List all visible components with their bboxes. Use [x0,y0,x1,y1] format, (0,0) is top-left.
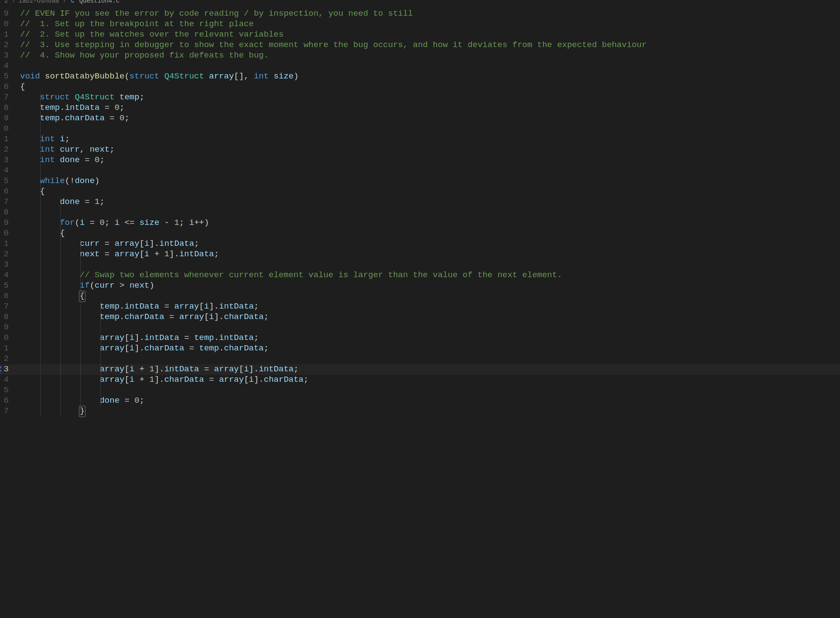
code-line[interactable] [20,207,840,218]
line-number[interactable]: 9 [0,323,9,333]
code-line[interactable]: int curr, next; [20,145,840,155]
line-number[interactable]: 8 [0,103,9,113]
line-number-gutter[interactable]: 901234567890123456789012345678901234567 [0,5,10,615]
current-line-highlight [0,364,840,375]
line-number[interactable]: 8 [0,207,9,218]
code-line[interactable]: curr = array[i].intData; [20,239,840,249]
code-line[interactable]: if(curr > next) [20,281,840,291]
code-line[interactable] [20,260,840,270]
breadcrumb[interactable]: 2 › lab2-osnoaa › C Question4.c [0,0,840,5]
code-line[interactable]: temp.charData = 0; [20,113,840,124]
code-line[interactable]: while(!done) [20,176,840,187]
code-line[interactable]: // Swap two elements whenever current el… [20,270,840,281]
code-line[interactable]: { [20,82,840,92]
code-line[interactable]: next = array[i + 1].intData; [20,249,840,260]
line-number[interactable]: 0 [0,333,9,343]
code-line[interactable] [20,323,840,333]
code-line[interactable]: int done = 0; [20,155,840,166]
code-line[interactable]: // 3. Use stepping in debugger to show t… [20,40,840,51]
code-line[interactable]: { [20,228,840,239]
c-lang-icon: C [70,0,76,5]
line-number[interactable]: 5 [0,176,9,187]
line-number[interactable]: 0 [0,228,9,239]
code-line[interactable]: temp.intData = 0; [20,103,840,113]
line-number[interactable]: 9 [0,9,9,19]
code-line[interactable] [20,166,840,176]
line-number[interactable]: 5 [0,385,9,396]
code-area[interactable]: // EVEN IF you see the error by code rea… [10,5,840,615]
breadcrumb-seg-2[interactable]: lab2-osnoaa [19,0,59,5]
code-line[interactable]: { [20,187,840,197]
line-number[interactable]: 0 [0,124,9,134]
code-line[interactable]: done = 0; [20,396,840,406]
code-line[interactable]: done = 1; [20,197,840,207]
code-line[interactable]: // EVEN IF you see the error by code rea… [20,9,840,19]
line-number[interactable]: 7 [0,92,9,103]
line-number[interactable]: 5 [0,71,9,82]
line-number[interactable]: 7 [0,302,9,312]
line-number[interactable]: 0 [0,19,9,30]
code-line[interactable]: // 4. Show how your proposed fix defeats… [20,51,840,61]
code-line[interactable]: array[i + 1].intData = array[i].intData; [20,364,840,375]
breadcrumb-seg-1[interactable]: 2 [4,0,8,5]
code-line[interactable]: struct Q4Struct temp; [20,92,840,103]
code-line[interactable]: array[i + 1].charData = array[i].charDat… [20,375,840,385]
line-number[interactable]: 9 [0,218,9,228]
line-number[interactable]: 6 [0,187,9,197]
line-number[interactable]: 6 [0,82,9,92]
line-number[interactable]: 1 [0,343,9,354]
code-line[interactable]: temp.charData = array[i].charData; [20,312,840,323]
line-number[interactable]: 3 [0,155,9,166]
line-number[interactable]: 5 [0,281,9,291]
line-number[interactable]: 9 [0,113,9,124]
code-line[interactable]: { [20,291,840,302]
line-number[interactable]: 6 [0,291,9,302]
code-line[interactable]: void sortDatabyBubble(struct Q4Struct ar… [20,71,840,82]
line-number[interactable]: 4 [0,61,9,71]
line-number[interactable]: 2 [0,249,9,260]
line-number[interactable]: 8 [0,312,9,323]
code-editor[interactable]: 901234567890123456789012345678901234567 … [0,5,840,615]
line-number[interactable]: 3 [0,260,9,270]
line-number[interactable]: 1 [0,30,9,40]
line-number[interactable]: 1 [0,134,9,145]
code-line[interactable] [20,354,840,364]
code-line[interactable]: // 1. Set up the breakpoint at the right… [20,19,840,30]
line-number[interactable]: 6 [0,396,9,406]
line-number[interactable]: 2 [0,40,9,51]
code-line[interactable] [20,385,840,396]
code-line[interactable]: int i; [20,134,840,145]
line-number[interactable]: 2 [0,354,9,364]
chevron-right-icon: › [62,0,66,5]
code-line[interactable]: array[i].intData = temp.intData; [20,333,840,343]
line-number[interactable]: 2 [0,145,9,155]
line-number[interactable]: 7 [0,406,9,417]
breadcrumb-file[interactable]: Question4.c [79,0,120,5]
line-number[interactable]: 4 [0,375,9,385]
code-line[interactable]: temp.intData = array[i].intData; [20,302,840,312]
line-number[interactable]: 4 [0,166,9,176]
code-line[interactable] [20,124,840,134]
chevron-right-icon: › [11,0,15,5]
line-number[interactable]: 1 [0,239,9,249]
line-number[interactable]: 4 [0,270,9,281]
line-number[interactable]: 7 [0,197,9,207]
line-number[interactable]: 3 [0,51,9,61]
code-line[interactable]: array[i].charData = temp.charData; [20,343,840,354]
code-line[interactable]: } [20,406,840,417]
code-line[interactable]: for(i = 0; i <= size - 1; i++) [20,218,840,228]
code-line[interactable]: // 2. Set up the watches over the releva… [20,30,840,40]
code-line[interactable] [20,61,840,71]
